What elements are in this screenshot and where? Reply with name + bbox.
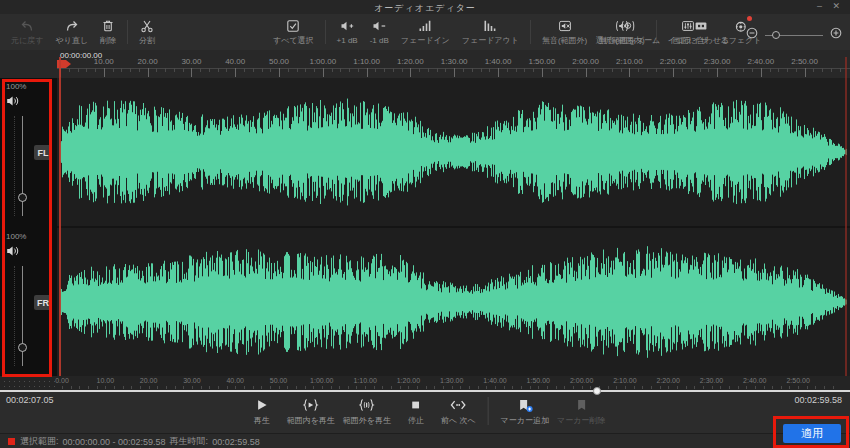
- waveform-canvas-fl[interactable]: [57, 78, 850, 226]
- channel-controls-panel: 100%FL100%FR: [0, 78, 57, 376]
- ruler-tick: [629, 68, 630, 77]
- minimap-tick: [79, 386, 80, 389]
- minimap-tick: [105, 386, 106, 389]
- minimap-tick: [460, 386, 461, 389]
- ruler-tick: [726, 68, 727, 72]
- speaker-icon[interactable]: [5, 243, 19, 261]
- zoom-slider-knob[interactable]: [772, 31, 780, 39]
- ruler-tick: [235, 68, 236, 77]
- ruler-tick: [148, 68, 149, 77]
- ruler-tick: [673, 68, 674, 77]
- ruler-tick-label: 1:40.00: [485, 57, 512, 66]
- zoom-selection-icon: [620, 18, 636, 34]
- toolbar-volume-down-button[interactable]: -1 dB: [365, 17, 394, 46]
- minimap-tick: [772, 386, 773, 389]
- play-duration-label: 再生時間:: [170, 435, 209, 448]
- marker-add-button[interactable]: マーカー追加: [501, 396, 549, 426]
- minimap-dots-texture: [2, 379, 55, 388]
- minimap-tick: [807, 386, 808, 389]
- ruler-tick: [586, 68, 587, 77]
- minimap-tick: [512, 386, 513, 389]
- ruler-tick: [840, 68, 841, 72]
- minimap-tick: [71, 386, 72, 389]
- stop-button[interactable]: 停止: [399, 396, 433, 426]
- minimap-tick: [365, 386, 366, 389]
- ruler-tick: [481, 68, 482, 72]
- track-fl[interactable]: [57, 78, 850, 226]
- ruler-tick: [647, 68, 648, 72]
- channel-label-fl: FL: [34, 145, 52, 160]
- volume-slider-knob[interactable]: [18, 343, 27, 352]
- seek-scrollbar-knob[interactable]: [593, 387, 601, 395]
- seek-scrollbar[interactable]: [0, 390, 850, 392]
- transport-divider: [488, 397, 489, 425]
- ruler-tick: [358, 68, 359, 72]
- minimap-tick-label: 1:50.00: [527, 377, 550, 384]
- ruler-tick: [489, 68, 490, 72]
- toolbar-split-label: 分割: [139, 36, 155, 45]
- minimap-tick: [720, 386, 721, 389]
- play-out-range-button[interactable]: 範囲外を再生: [343, 396, 391, 426]
- minimap-tick: [253, 386, 254, 389]
- minimize-button[interactable]: –: [817, 1, 822, 11]
- minimap-tick: [824, 386, 825, 389]
- minimap-tick: [244, 386, 245, 389]
- zoom-slider[interactable]: [765, 30, 823, 40]
- zoom-out-icon[interactable]: [744, 25, 760, 45]
- redo-icon: [64, 18, 80, 34]
- minimap-tick-label: 1:30.00: [440, 377, 463, 384]
- play-button[interactable]: 再生: [245, 396, 279, 426]
- minimap-tick: [261, 386, 262, 389]
- trash-icon: [100, 18, 116, 34]
- minimap-tick: [382, 386, 383, 389]
- ruler-tick: [375, 68, 376, 72]
- ruler-tick: [402, 68, 403, 72]
- ruler-tick-label: 30.00: [181, 57, 201, 66]
- ruler-tick: [288, 68, 289, 72]
- toolbar-fade-in-button[interactable]: フェードイン: [396, 17, 455, 46]
- ruler-tick-label: 1:20.00: [397, 57, 424, 66]
- toolbar-redo-button[interactable]: やり直し: [50, 17, 93, 46]
- zoom-in-icon[interactable]: [828, 25, 844, 45]
- toolbar-split-button[interactable]: 分割: [134, 17, 160, 46]
- ruler-tick-label: 40.00: [225, 57, 245, 66]
- track-fr[interactable]: [57, 228, 850, 376]
- ruler-tick: [577, 68, 578, 72]
- ruler-tick: [542, 68, 543, 77]
- play-in-range-button[interactable]: 範囲内を再生: [287, 396, 335, 426]
- ruler-tick: [279, 68, 280, 77]
- playhead-line[interactable]: [59, 57, 61, 376]
- toolbar-group-zoom: 選択範囲をズーム画面に合わせる: [591, 17, 846, 46]
- ruler-tick: [516, 68, 517, 72]
- ruler-tick: [445, 68, 446, 72]
- ruler-tick: [270, 68, 271, 72]
- toolbar-select-all-button[interactable]: すべて選択: [268, 17, 319, 46]
- ruler-tick: [200, 68, 201, 72]
- volume-slider-knob[interactable]: [18, 193, 27, 202]
- toolbar-fit-screen-button[interactable]: 画面に合わせる: [667, 17, 734, 46]
- close-button[interactable]: ✕: [832, 1, 840, 11]
- toolbar-zoom-selection-button[interactable]: 選択範囲をズーム: [591, 17, 666, 46]
- toolbar-delete-button[interactable]: 削除: [95, 17, 121, 46]
- minimap-tick: [279, 386, 280, 389]
- waveform-canvas-fr[interactable]: [57, 228, 850, 376]
- apply-button[interactable]: 適用: [783, 424, 841, 443]
- toolbar-volume-up-button[interactable]: +1 dB: [332, 17, 363, 46]
- ruler-tick: [156, 68, 157, 72]
- toolbar-undo-label: 元に戻す: [11, 36, 43, 45]
- minimap-tick: [634, 386, 635, 389]
- timeline-ruler[interactable]: 00:00:00.00 10.0020.0030.0040.0050.001:0…: [0, 50, 850, 79]
- toolbar-select-all-label: すべて選択: [273, 36, 314, 45]
- minimap-tick: [538, 386, 539, 389]
- minimap-tick: [322, 386, 323, 389]
- minimap-tick-label: 2:40.00: [743, 377, 766, 384]
- prev-next-button[interactable]: 前へ 次へ: [441, 396, 476, 426]
- volume-slider-ticks: [14, 266, 15, 366]
- ruler-tick: [165, 68, 166, 72]
- timeline-minimap[interactable]: 0.0010.0020.0030.0040.0050.001:00.001:10…: [0, 376, 850, 390]
- ruler-tick-label: 10.00: [94, 57, 114, 66]
- toolbar-fade-out-button[interactable]: フェードアウト: [457, 17, 524, 46]
- speaker-icon[interactable]: [5, 93, 19, 111]
- toolbar-silence-outside-button[interactable]: 無音(範囲外): [537, 17, 592, 46]
- ruler-tick: [69, 68, 70, 72]
